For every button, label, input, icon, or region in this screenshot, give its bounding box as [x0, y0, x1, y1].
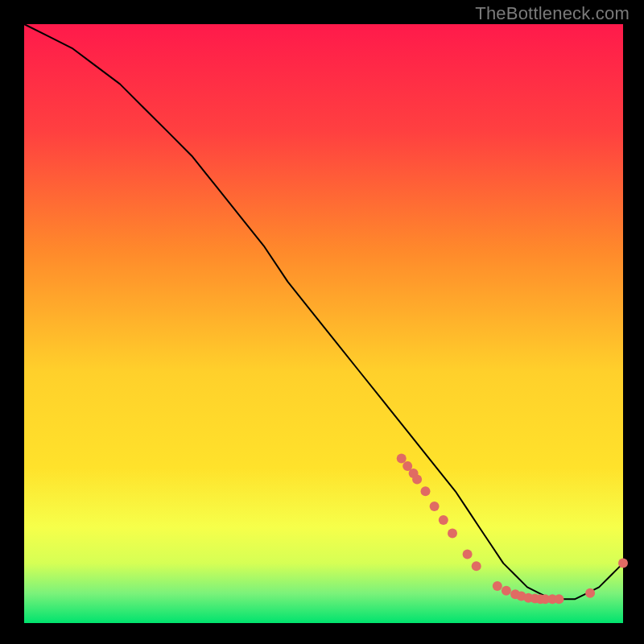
bottleneck-chart [0, 0, 644, 644]
watermark-text: TheBottleneck.com [475, 3, 630, 24]
marker-point [412, 474, 422, 484]
marker-point [448, 528, 457, 538]
marker-point [554, 594, 564, 604]
marker-point [618, 559, 628, 568]
marker-point [463, 549, 473, 559]
marker-point [439, 515, 448, 525]
plot-area [24, 24, 623, 623]
chart-stage: TheBottleneck.com [0, 0, 644, 644]
marker-point [430, 502, 440, 511]
marker-point [493, 581, 502, 591]
marker-point [397, 453, 407, 463]
marker-point [472, 561, 481, 571]
marker-point [585, 588, 595, 598]
marker-point [421, 486, 431, 496]
marker-point [502, 586, 511, 596]
